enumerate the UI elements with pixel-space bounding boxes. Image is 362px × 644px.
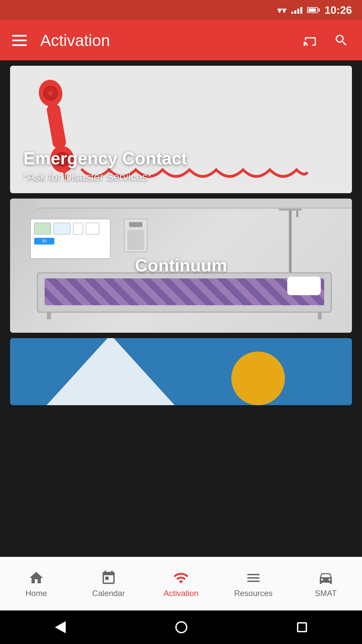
hospital-bed [37,272,332,326]
cast-icon[interactable] [302,33,319,48]
hospital-room-image: 33 [10,199,352,333]
bottom-navigation: Home Calendar Activation Resources SMAT [0,557,362,610]
nav-item-activation[interactable]: Activation [145,567,217,601]
nav-item-calendar[interactable]: Calendar [72,567,145,601]
wifi-icon: ▾▾ [277,5,287,16]
status-icons: ▾▾ 10:26 [277,4,352,16]
wall-phone [124,219,147,252]
circle-shape [231,352,285,405]
continuum-card[interactable]: 33 [10,199,352,333]
content-area: Emergency Contact *Ask for Disaster Serv… [0,60,362,557]
nav-label-resources: Resources [234,589,273,598]
emergency-contact-card[interactable]: Emergency Contact *Ask for Disaster Serv… [10,66,352,193]
back-button[interactable] [55,621,66,633]
wall-panel: 33 [30,219,111,259]
svg-point-2 [48,90,54,96]
nav-label-smat: SMAT [315,589,337,598]
app-bar: Activation [0,20,362,60]
nav-label-home: Home [25,589,47,598]
ceiling-panel [37,199,352,209]
signal-icon [291,6,302,14]
status-time: 10:26 [324,4,352,16]
menu-button[interactable] [12,35,27,46]
system-nav-bar [0,610,362,644]
emergency-card-subtitle: *Ask for Disaster Services* [23,171,339,183]
abstract-card[interactable] [10,338,352,405]
continuum-card-overlay: Continuum [135,256,227,275]
emergency-card-title: Emergency Contact [23,149,339,168]
home-icon [28,570,44,586]
recents-button[interactable] [297,622,307,632]
triangle-shape [44,338,178,405]
emergency-card-overlay: Emergency Contact *Ask for Disaster Serv… [10,139,352,193]
nav-item-smat[interactable]: SMAT [290,567,362,601]
calendar-icon [101,570,117,586]
nav-item-resources[interactable]: Resources [217,567,290,601]
emergency-contact-image: Emergency Contact *Ask for Disaster Serv… [10,66,352,193]
battery-icon [307,7,320,13]
resources-icon [245,570,261,586]
nav-label-activation: Activation [164,589,198,598]
page-title: Activation [40,31,288,50]
continuum-card-title: Continuum [135,256,227,275]
activation-icon [173,570,189,586]
nav-item-home[interactable]: Home [0,567,72,601]
search-icon[interactable] [333,33,350,48]
nav-label-calendar: Calendar [92,589,125,598]
status-bar: ▾▾ 10:26 [0,0,362,20]
home-button[interactable] [175,621,187,633]
smat-icon [317,570,335,586]
